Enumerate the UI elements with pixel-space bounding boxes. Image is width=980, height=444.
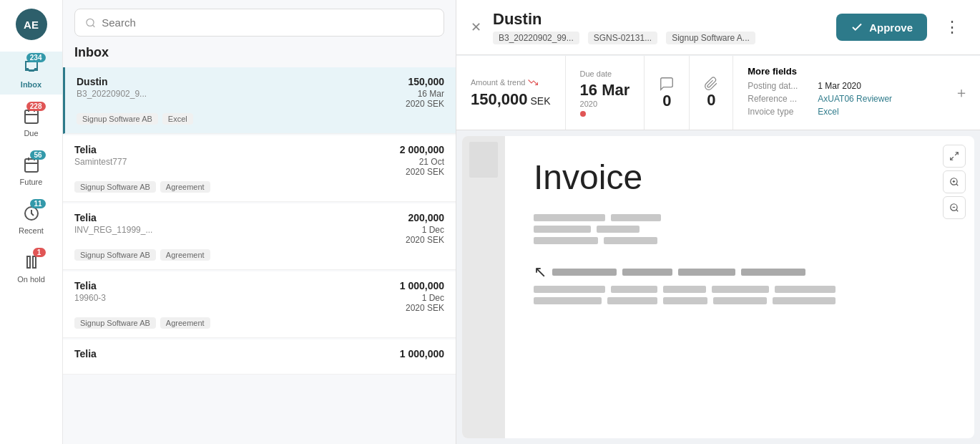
invoice-tag: Signup Software AB (74, 181, 156, 193)
invoice-date-currency: 1 Dec 2020 SEK (406, 293, 444, 313)
invoice-tag: Signup Software AB (74, 249, 156, 261)
trend-icon (528, 77, 538, 87)
due-icon: 228 (21, 106, 41, 126)
reference-row: Reference ... AxUAT06 Reviewer (748, 94, 928, 104)
doc-bar (713, 297, 767, 304)
sidebar-item-onhold[interactable]: 1 On hold (0, 246, 62, 289)
invoice-type-value[interactable]: Excel (818, 107, 838, 117)
invoice-ref: Samintest777 (74, 157, 127, 167)
more-fields-cell: More fields Posting dat... 1 Mar 2020 Re… (733, 56, 943, 130)
invoice-list: Dustin 150,000 B3_20220902_9... 16 Mar 2… (63, 67, 456, 444)
sidebar-item-due-label: Due (24, 129, 38, 137)
svg-rect-10 (33, 256, 36, 268)
attachments-count: 0 (707, 91, 715, 110)
inbox-title: Inbox (63, 45, 456, 67)
sidebar-item-inbox[interactable]: 234 Inbox (0, 52, 62, 95)
svg-line-13 (955, 153, 958, 155)
invoice-item-top: Telia 2 000,000 (74, 144, 444, 155)
invoice-tags: Signup Software ABExcel (77, 113, 444, 125)
sidebar-item-future-label: Future (20, 178, 43, 186)
doc-header-block (534, 214, 946, 244)
search-bar[interactable] (74, 9, 444, 37)
more-button[interactable]: ⋮ (939, 15, 966, 39)
recent-icon: 11 (21, 203, 41, 223)
invoice-name: Telia (74, 280, 97, 291)
invoice-date-currency: 1 Dec 2020 SEK (406, 225, 444, 245)
invoice-item[interactable]: Telia 2 000,000 Samintest777 21 Oct 2020… (63, 135, 456, 202)
svg-rect-9 (27, 256, 30, 268)
invoice-amount: 2 000,000 (400, 144, 444, 155)
avatar[interactable]: AE (16, 9, 47, 40)
invoice-ref: INV_REG_11999_... (74, 225, 152, 235)
svg-point-11 (87, 19, 94, 26)
comment-icon (659, 76, 675, 92)
invoice-item[interactable]: Telia 1 000,000 (63, 339, 456, 375)
invoice-currency: 2020 SEK (406, 167, 444, 177)
close-button[interactable]: ✕ (471, 19, 481, 35)
invoice-item-top: Dustin 150,000 (77, 76, 444, 87)
invoice-date-currency: 16 Mar 2020 SEK (406, 89, 444, 109)
svg-line-14 (951, 157, 954, 160)
search-input[interactable] (102, 16, 433, 29)
invoice-document-title: Invoice (534, 158, 946, 197)
invoice-date: 16 Mar (418, 89, 444, 99)
inbox-badge: 234 (26, 53, 46, 62)
invoice-currency: 2020 SEK (406, 303, 444, 313)
doc-bar (607, 297, 657, 304)
attachment-icon (704, 77, 718, 91)
invoice-tag: Agreement (160, 181, 210, 193)
doc-table-row (534, 297, 946, 304)
invoice-item[interactable]: Dustin 150,000 B3_20220902_9... 16 Mar 2… (63, 67, 456, 134)
invoice-item[interactable]: Telia 1 000,000 19960-3 1 Dec 2020 SEK S… (63, 271, 456, 338)
sidebar-item-recent[interactable]: 11 Recent (0, 198, 62, 241)
future-badge: 56 (30, 150, 45, 160)
invoice-tags: Signup Software ABAgreement (74, 317, 444, 329)
invoice-date: 1 Dec (422, 225, 444, 235)
due-date-cell: Due date 16 Mar 2020 (566, 56, 645, 130)
invoice-tag: Agreement (160, 317, 210, 329)
svg-line-16 (956, 184, 959, 186)
zoom-out-button[interactable] (943, 196, 966, 219)
invoice-amount: 1 000,000 (400, 280, 444, 291)
expand-button[interactable] (943, 145, 966, 168)
doc-bar (663, 286, 706, 293)
document-viewer: Invoice ↖ (462, 136, 974, 438)
doc-bar (678, 269, 735, 276)
doc-bar (534, 214, 605, 221)
attachments-cell[interactable]: 0 (690, 56, 733, 130)
invoice-item-mid: B3_20220902_9... 16 Mar 2020 SEK (77, 89, 444, 109)
invoice-tag: Excel (162, 113, 193, 125)
doc-bar (712, 286, 769, 293)
posting-date-row: Posting dat... 1 Mar 2020 (748, 81, 928, 91)
header-meta-tag: B3_20220902_99... (493, 32, 579, 44)
invoice-item[interactable]: Telia 200,000 INV_REG_11999_... 1 Dec 20… (63, 203, 456, 270)
more-fields-label: More fields (748, 66, 928, 77)
doc-bar (663, 297, 707, 304)
inbox-icon: 234 (21, 57, 41, 77)
zoom-in-button[interactable] (943, 170, 966, 193)
recent-badge: 11 (30, 199, 45, 208)
amount-label: Amount & trend (471, 77, 551, 87)
comments-count: 0 (662, 92, 671, 110)
doc-bar (622, 269, 672, 276)
reference-value[interactable]: AxUAT06 Reviewer (818, 94, 892, 104)
doc-bar (741, 269, 805, 276)
approve-button[interactable]: Approve (836, 14, 927, 41)
doc-bar (552, 269, 617, 276)
doc-bar (611, 286, 657, 293)
sidebar-item-future[interactable]: 56 Future (0, 149, 62, 192)
amount-cell: Amount & trend 150,000SEK (456, 56, 566, 130)
invoice-amount: 150,000 (408, 76, 444, 87)
invoice-ref: 19960-3 (74, 293, 106, 303)
sidebar: AE 234 Inbox 228 Due 56 Future (0, 0, 63, 444)
doc-thumbnail[interactable] (469, 142, 498, 178)
invoice-tag: Signup Software AB (74, 317, 156, 329)
due-date-value: 16 Mar (580, 81, 630, 100)
sidebar-item-due[interactable]: 228 Due (0, 100, 62, 143)
add-field-button[interactable]: ＋ (943, 56, 980, 130)
doc-bar (534, 297, 602, 304)
header-meta: B3_20220902_99...SGNS-02131...Signup Sof… (493, 32, 825, 44)
invoice-currency: 2020 SEK (406, 235, 444, 245)
comments-cell[interactable]: 0 (645, 56, 690, 130)
posting-date-value: 1 Mar 2020 (818, 81, 861, 91)
